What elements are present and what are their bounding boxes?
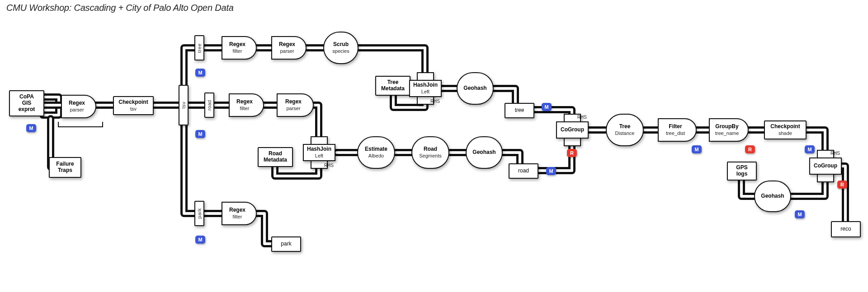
badge-reduce: R <box>837 181 847 189</box>
op-cogroup-shade-gps: CoGroup RHS <box>809 150 842 182</box>
tap-tree-metadata: Tree Metadata <box>375 76 410 96</box>
label: Metadata <box>381 86 405 92</box>
sink-reco: reco <box>831 221 861 237</box>
label: tree <box>197 43 203 53</box>
op-estimate-albedo: Estimate Albedo <box>357 136 395 169</box>
sublabel: Left <box>315 153 323 159</box>
sublabel: Segments <box>419 153 442 159</box>
sink-road: road <box>509 163 538 179</box>
sublabel: filter <box>233 48 242 54</box>
label: Regex <box>285 99 302 105</box>
splitter-tsv: tsv <box>179 85 189 125</box>
op-geohash-gps: Geohash <box>754 181 791 212</box>
label: HashJoin <box>413 82 438 88</box>
label: CoGroup <box>561 127 584 133</box>
label: Geohash <box>463 85 486 92</box>
label: Regex <box>279 42 295 48</box>
label: logs <box>736 171 748 177</box>
op-hashjoin-tree: HashJoin Left RHS <box>409 72 442 105</box>
label: Tree <box>619 124 631 130</box>
label: Estimate <box>365 146 387 153</box>
label: Traps <box>58 167 72 174</box>
label: GIS exprot <box>14 100 40 113</box>
sublabel: shade <box>778 130 792 136</box>
sublabel: filter <box>233 214 242 220</box>
sublabel: Distance <box>615 130 635 136</box>
sink-park: park <box>271 236 301 252</box>
label: road <box>207 100 212 111</box>
sublabel: tree_name <box>715 130 739 136</box>
badge-map: M <box>195 236 205 244</box>
label: park <box>281 241 291 247</box>
badge-map: M <box>542 103 552 111</box>
sublabel: parser <box>70 107 84 113</box>
sublabel: tsv <box>130 106 137 112</box>
badge-reduce: R <box>567 149 577 157</box>
op-tree-distance: Tree Distance <box>606 114 644 146</box>
label: Regex <box>229 207 245 213</box>
label: GPS <box>736 165 747 171</box>
label: Regex <box>236 99 253 105</box>
bracket <box>58 122 103 127</box>
badge-map: M <box>195 69 205 77</box>
op-groupby-tree-name: GroupBy tree_name <box>709 118 749 142</box>
sublabel: Albedo <box>368 153 384 159</box>
op-hashjoin-road: HashJoin Left RHS <box>303 136 335 169</box>
label: Checkpoint <box>770 124 800 130</box>
badge-map: M <box>546 167 556 175</box>
badge-map: M <box>795 210 805 218</box>
label: Tree <box>387 79 399 86</box>
label: Scrub <box>333 42 349 48</box>
op-regex-filter-tree: Regex filter <box>222 36 257 60</box>
op-road-segments: Road Segments <box>411 136 449 169</box>
badge-reduce: R <box>745 145 755 153</box>
label: Metadata <box>264 157 287 163</box>
sublabel: parser <box>280 48 294 54</box>
label: reco <box>840 226 851 232</box>
label: Road <box>424 146 437 153</box>
sublabel: parser <box>286 106 300 111</box>
badge-map: M <box>692 145 702 153</box>
rhs-tag: RHS <box>830 151 840 156</box>
badge-map: M <box>195 130 205 138</box>
op-scrub-species: Scrub species <box>323 32 359 64</box>
splitter-road: road <box>204 93 214 118</box>
rhs-tag: RHS <box>324 163 334 168</box>
rhs-tag: RHS <box>430 99 440 104</box>
sink-tree: tree <box>505 103 534 118</box>
label: CoGroup <box>814 163 837 169</box>
sublabel: filter <box>240 106 250 111</box>
label: CoPA <box>19 94 34 100</box>
splitter-park: park <box>194 201 204 226</box>
op-geohash-tree: Geohash <box>457 72 494 105</box>
label: HashJoin <box>307 146 331 153</box>
label: Filter <box>669 124 682 130</box>
tap-failure-traps: Failure Traps <box>49 157 81 178</box>
sublabel: Left <box>421 89 429 95</box>
op-regex-parser-tree: Regex parser <box>271 36 307 60</box>
tap-copa: CoPA GIS exprot <box>9 90 44 116</box>
op-regex-parser-initial: Regex parser <box>61 95 96 118</box>
op-filter-tree-dist: Filter tree_dist <box>658 118 697 142</box>
op-geohash-road: Geohash <box>466 136 503 169</box>
label: park <box>197 208 203 218</box>
label: Geohash <box>472 149 495 156</box>
badge-map: M <box>26 124 36 132</box>
label: GroupBy <box>715 124 738 130</box>
label: Regex <box>69 100 85 107</box>
label: Checkpoint <box>118 99 148 106</box>
tap-road-metadata: Road Metadata <box>258 147 293 167</box>
label: road <box>518 168 529 174</box>
label: Geohash <box>761 193 784 199</box>
label: Failure <box>56 161 74 167</box>
op-regex-parser-road: Regex parser <box>277 93 314 117</box>
label: tsv <box>181 102 187 109</box>
label: Regex <box>229 42 245 48</box>
sublabel: tree_dist <box>666 130 685 136</box>
tap-gps-logs: GPS logs <box>727 162 757 181</box>
checkpoint-tsv: Checkpoint tsv <box>113 96 154 115</box>
op-regex-filter-road: Regex filter <box>229 93 264 117</box>
op-regex-filter-park: Regex filter <box>222 202 257 225</box>
label: tree <box>515 107 524 114</box>
op-cogroup-tree-road: CoGroup RHS <box>556 114 589 146</box>
